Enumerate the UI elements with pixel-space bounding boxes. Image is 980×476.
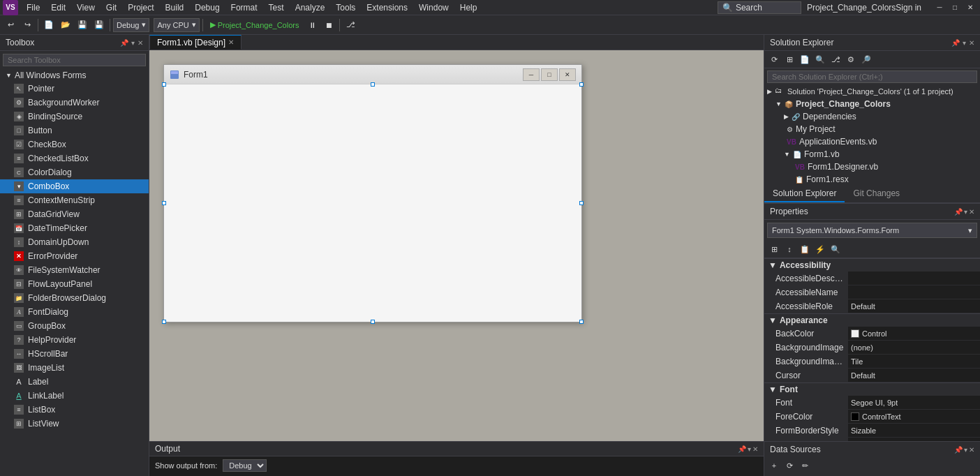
toolbox-item-backgroundworker[interactable]: ⚙ BackgroundWorker xyxy=(0,96,149,110)
props-pin-icon[interactable]: 📌 xyxy=(954,208,963,216)
sol-git-button[interactable]: ⎇ xyxy=(829,52,842,66)
menu-project[interactable]: Project xyxy=(122,1,159,14)
toolbox-item-groupbox[interactable]: ▭ GroupBox xyxy=(0,319,149,333)
cpu-config-dropdown[interactable]: Any CPU ▾ xyxy=(154,18,199,32)
sol-search-button[interactable]: 🔎 xyxy=(859,52,873,66)
output-pin-icon[interactable]: 📌 xyxy=(738,445,746,453)
solution-search-input[interactable] xyxy=(767,70,977,83)
chevron-icon[interactable]: ▾ xyxy=(131,39,135,47)
menu-file[interactable]: File xyxy=(21,1,45,14)
sol-props-button[interactable]: ⊞ xyxy=(782,52,796,66)
ds-refresh-button[interactable]: ⟳ xyxy=(782,459,796,473)
menu-test[interactable]: Test xyxy=(263,1,290,14)
appearance-category[interactable]: ▼ Appearance xyxy=(764,313,980,327)
menu-help[interactable]: Help xyxy=(454,1,483,14)
toolbox-item-button[interactable]: □ Button xyxy=(0,124,149,137)
close-panel-icon[interactable]: ✕ xyxy=(138,39,143,47)
resize-handle-s[interactable] xyxy=(371,320,375,324)
menu-debug[interactable]: Debug xyxy=(189,1,225,14)
sol-filter-button[interactable]: 🔍 xyxy=(813,52,827,66)
toolbox-item-domainupdown[interactable]: ↕ DomainUpDown xyxy=(0,235,149,249)
output-chevron-icon[interactable]: ▾ xyxy=(748,445,751,453)
resize-handle-se[interactable] xyxy=(579,320,584,324)
minimize-button[interactable]: ─ xyxy=(933,1,946,14)
solution-root-item[interactable]: ▶ 🗂 Solution 'Project_Change_Colors' (1 … xyxy=(764,85,980,98)
toolbox-item-datagridview[interactable]: ⊞ DataGridView xyxy=(0,207,149,221)
resize-handle-nw[interactable] xyxy=(162,82,166,87)
resize-handle-ne[interactable] xyxy=(579,82,584,87)
resize-handle-n[interactable] xyxy=(371,82,375,87)
prop-forecolor[interactable]: ForeColor ControlText xyxy=(764,410,980,424)
menu-build[interactable]: Build xyxy=(160,1,190,14)
toolbox-item-hscrollbar[interactable]: ↔ HScrollBar xyxy=(0,347,149,361)
toolbox-item-pointer[interactable]: ↖ Pointer xyxy=(0,82,149,96)
sol-exp-chevron-icon[interactable]: ▾ xyxy=(963,39,966,47)
form-maximize-button[interactable]: □ xyxy=(541,68,558,81)
menu-edit[interactable]: Edit xyxy=(45,1,71,14)
toolbox-item-helpprovider[interactable]: ? HelpProvider xyxy=(0,333,149,347)
prop-backgroundimage[interactable]: BackgroundImage (none) xyxy=(764,341,980,355)
prop-accessible-role[interactable]: AccessibleRole Default xyxy=(764,299,980,313)
prop-backgroundimagelayout[interactable]: BackgroundImageLayou Tile xyxy=(764,355,980,369)
menu-git[interactable]: Git xyxy=(101,1,122,14)
resize-handle-w[interactable] xyxy=(162,201,166,205)
undo-button[interactable]: ↩ xyxy=(3,17,18,33)
save-all-button[interactable]: 💾 xyxy=(91,17,107,33)
font-category[interactable]: ▼ Font xyxy=(764,382,980,396)
debug-config-dropdown[interactable]: Debug ▾ xyxy=(113,18,149,32)
form-close-button[interactable]: ✕ xyxy=(559,68,576,81)
toolbox-item-errorprovider[interactable]: ✕ ErrorProvider xyxy=(0,249,149,263)
toolbox-item-datetimepicker[interactable]: 📅 DateTimePicker xyxy=(0,221,149,235)
restore-button[interactable]: □ xyxy=(948,1,962,14)
resize-handle-sw[interactable] xyxy=(162,320,166,324)
ds-edit-button[interactable]: ✏ xyxy=(798,459,812,473)
sol-exp-close-icon[interactable]: ✕ xyxy=(969,39,974,47)
prop-formborderstyle[interactable]: FormBorderStyle Sizable xyxy=(764,424,980,438)
sol-settings-button[interactable]: ⚙ xyxy=(844,52,858,66)
toolbox-item-listbox[interactable]: ≡ ListBox xyxy=(0,403,149,417)
dependencies-item[interactable]: ▶ 🔗 Dependencies xyxy=(764,110,980,123)
form-window[interactable]: Form1 ─ □ ✕ xyxy=(163,64,582,322)
menu-window[interactable]: Window xyxy=(413,1,454,14)
props-events-button[interactable]: ⚡ xyxy=(813,242,827,256)
menu-analyze[interactable]: Analyze xyxy=(290,1,331,14)
props-properties-button[interactable]: 📋 xyxy=(798,242,812,256)
props-close-icon[interactable]: ✕ xyxy=(969,208,974,216)
toolbox-item-checkbox[interactable]: ☑ CheckBox xyxy=(0,137,149,151)
output-source-dropdown[interactable]: Debug xyxy=(223,459,267,472)
close-button[interactable]: ✕ xyxy=(963,1,977,14)
toolbox-item-checkedlistbox[interactable]: ≡ CheckedListBox xyxy=(0,151,149,165)
run-button[interactable]: ▶ Project_Change_Colors xyxy=(206,19,304,31)
toolbox-item-linklabel[interactable]: A LinkLabel xyxy=(0,389,149,403)
ds-close-icon[interactable]: ✕ xyxy=(969,446,974,454)
form1resx-item[interactable]: 📋 Form1.resx xyxy=(764,173,980,186)
sol-exp-pin-icon[interactable]: 📌 xyxy=(951,39,960,47)
toolbox-item-flowlayoutpanel[interactable]: ⊟ FlowLayoutPanel xyxy=(0,277,149,291)
myproject-item[interactable]: ⚙ My Project xyxy=(764,123,980,135)
global-search[interactable]: 🔍 Search xyxy=(718,1,801,14)
toolbox-item-filesystemwatcher[interactable]: 👁 FileSystemWatcher xyxy=(0,263,149,277)
props-categorized-button[interactable]: ⊞ xyxy=(767,242,781,256)
toolbox-item-fontdialog[interactable]: A FontDialog xyxy=(0,305,149,319)
menu-extensions[interactable]: Extensions xyxy=(361,1,413,14)
sol-sync-button[interactable]: ⟳ xyxy=(767,52,781,66)
tab-solution-explorer[interactable]: Solution Explorer xyxy=(764,186,845,202)
prop-backcolor[interactable]: BackColor Control xyxy=(764,327,980,341)
sign-in-link[interactable]: Sign in xyxy=(896,3,921,13)
tab-close-button[interactable]: ✕ xyxy=(228,38,234,46)
toolbox-item-listview[interactable]: ⊞ ListView xyxy=(0,417,149,431)
toolbox-item-folderbrowserdialog[interactable]: 📁 FolderBrowserDialog xyxy=(0,291,149,305)
redo-button[interactable]: ↪ xyxy=(20,17,35,33)
prop-cursor[interactable]: Cursor Default xyxy=(764,369,980,382)
toolbox-item-combobox[interactable]: ▾ ComboBox xyxy=(0,179,149,193)
tab-git-changes[interactable]: Git Changes xyxy=(845,186,908,202)
pause-button[interactable]: ⏸ xyxy=(304,17,320,33)
accessibility-category[interactable]: ▼ Accessibility xyxy=(764,258,980,272)
props-search-button[interactable]: 🔍 xyxy=(829,242,842,256)
menu-format[interactable]: Format xyxy=(225,1,263,14)
project-item[interactable]: ▼ 📦 Project_Change_Colors xyxy=(764,98,980,110)
open-button[interactable]: 📂 xyxy=(58,17,73,33)
pin-icon[interactable]: 📌 xyxy=(120,39,128,47)
save-button[interactable]: 💾 xyxy=(75,17,90,33)
toolbox-search-input[interactable] xyxy=(3,54,146,66)
